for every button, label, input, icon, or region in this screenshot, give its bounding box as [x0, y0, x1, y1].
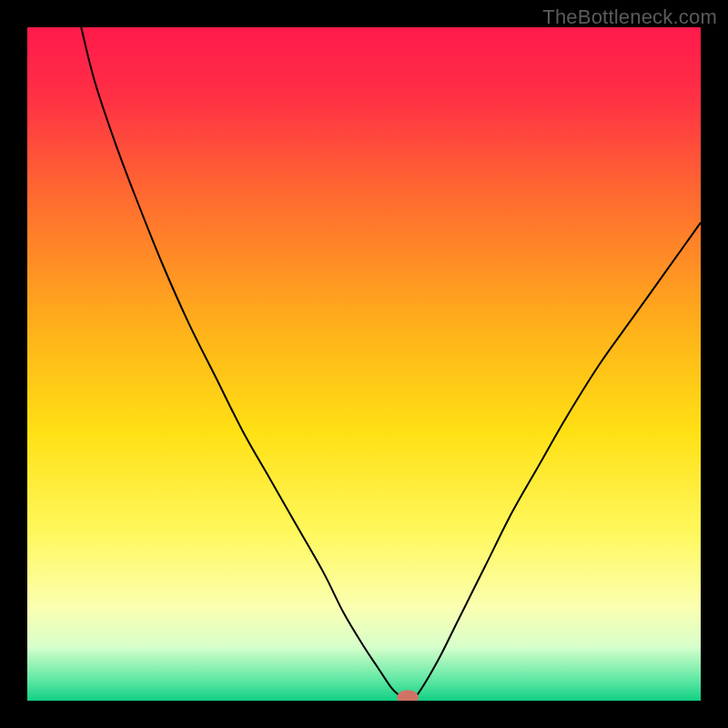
chart-frame: TheBottleneck.com	[0, 0, 728, 728]
chart-svg	[27, 27, 701, 701]
watermark-text: TheBottleneck.com	[542, 5, 717, 29]
plot-area	[27, 27, 701, 701]
